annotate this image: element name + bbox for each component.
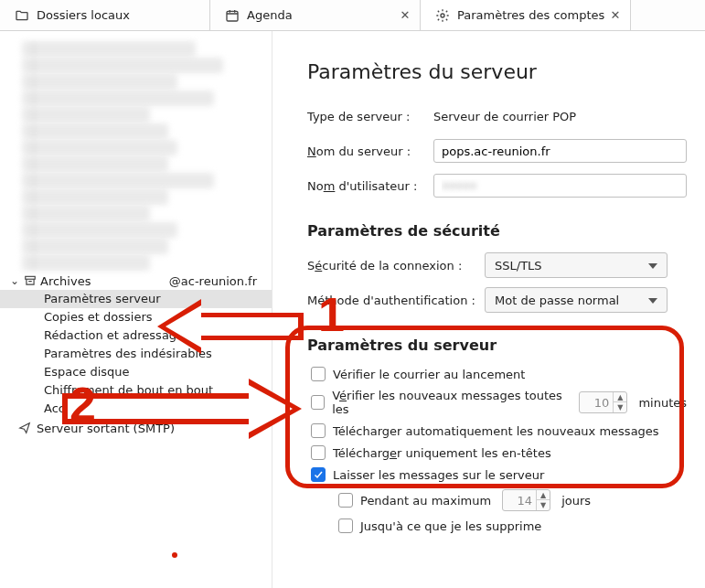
- auto-download-checkbox[interactable]: [311, 423, 326, 438]
- account-item-blurred: [22, 41, 196, 57]
- svg-point-1: [441, 14, 444, 17]
- tab-label: Agenda: [247, 8, 293, 22]
- sidebar-item-server-settings[interactable]: Paramètres serveur: [0, 290, 272, 308]
- account-item-blurred: [22, 222, 177, 238]
- account-item-blurred: [22, 74, 177, 90]
- svg-rect-0: [227, 11, 238, 21]
- tab-local-folders[interactable]: Dossiers locaux: [0, 0, 210, 30]
- server-type-label: Type de serveur :: [307, 110, 426, 123]
- page-title: Paramètres du serveur: [307, 60, 687, 83]
- spin-up-icon[interactable]: ▲: [537, 490, 550, 500]
- spin-up-icon[interactable]: ▲: [614, 392, 626, 402]
- account-item-blurred: [22, 140, 177, 155]
- folder-icon: [15, 8, 29, 23]
- connection-security-label: Sécurité de la connexion :: [307, 259, 477, 273]
- account-domain-suffix: @ac-reunion.fr: [169, 274, 257, 288]
- chevron-down-icon[interactable]: ⌄: [9, 274, 20, 287]
- account-item-blurred: [22, 91, 214, 106]
- auto-download-label: Télécharger automatiquement les nouveaux…: [333, 424, 659, 438]
- username-input[interactable]: [433, 174, 687, 198]
- check-new-interval-checkbox[interactable]: [311, 395, 325, 410]
- account-item-blurred: [22, 173, 214, 188]
- tab-agenda[interactable]: Agenda ✕: [210, 0, 421, 30]
- tabs-bar: Dossiers locaux Agenda ✕ Paramètres des …: [0, 0, 705, 31]
- account-item-blurred: [22, 239, 168, 254]
- account-tree-sidebar: ⌄ Archives @ac-reunion.fr Paramètres ser…: [0, 31, 272, 588]
- sidebar-item-receipts[interactable]: Accusés de réception: [0, 400, 272, 418]
- check-interval-stepper[interactable]: ▲▼: [579, 391, 627, 413]
- server-name-label: Nom du serveur :: [307, 144, 426, 158]
- account-item-blurred: [22, 107, 150, 123]
- check-mail-startup-label: Vérifier le courrier au lancement: [333, 368, 525, 381]
- sidebar-item-junk[interactable]: Paramètres des indésirables: [0, 345, 272, 363]
- account-item-blurred: [22, 189, 168, 205]
- max-days-stepper[interactable]: ▲▼: [502, 489, 550, 511]
- sidebar-item-label: Serveur sortant (SMTP): [37, 422, 175, 435]
- account-item-blurred: [22, 255, 150, 271]
- server-name-input[interactable]: [433, 139, 687, 163]
- spin-down-icon[interactable]: ▼: [537, 500, 550, 510]
- close-icon[interactable]: ✕: [398, 7, 412, 22]
- account-item-blurred: [22, 206, 150, 221]
- sidebar-item-disk-space[interactable]: Espace disque: [0, 363, 272, 381]
- settings-content: Paramètres du serveur Type de serveur : …: [272, 31, 705, 588]
- security-section-title: Paramètres de sécurité: [307, 222, 687, 240]
- svg-rect-2: [26, 276, 36, 279]
- gear-icon: [435, 8, 450, 23]
- archive-icon: [24, 274, 37, 287]
- account-item-blurred: [22, 58, 223, 73]
- spin-down-icon[interactable]: ▼: [614, 402, 626, 412]
- leave-on-server-checkbox[interactable]: [311, 467, 326, 482]
- check-new-interval-label: Vérifier les nouveaux messages toutes le…: [332, 389, 568, 416]
- tab-label: Dossiers locaux: [37, 8, 130, 22]
- check-interval-unit: minutes: [638, 396, 687, 410]
- max-days-checkbox[interactable]: [338, 493, 353, 508]
- sidebar-item-outgoing-smtp[interactable]: Serveur sortant (SMTP): [0, 418, 272, 438]
- check-mail-startup-checkbox[interactable]: [311, 367, 326, 381]
- close-icon[interactable]: ✕: [608, 7, 623, 22]
- tab-account-settings[interactable]: Paramètres des comptes ✕: [421, 0, 631, 30]
- server-params-section-title: Paramètres du serveur: [307, 337, 687, 354]
- sidebar-item-composition[interactable]: Rédaction et adressage: [0, 326, 272, 345]
- sidebar-item-encryption[interactable]: Chiffrement de bout en bout: [0, 381, 272, 400]
- until-delete-checkbox[interactable]: [338, 519, 353, 533]
- connection-security-select[interactable]: SSL/TLS: [485, 252, 668, 278]
- account-archives-label: Archives: [40, 274, 91, 288]
- tab-label: Paramètres des comptes: [457, 8, 604, 22]
- send-icon: [18, 422, 31, 434]
- max-days-unit: jours: [561, 494, 591, 508]
- until-delete-label: Jusqu'à ce que je les supprime: [360, 519, 541, 533]
- username-label: Nom d'utilisateur :: [307, 179, 426, 193]
- server-type-value: Serveur de courrier POP: [433, 110, 576, 123]
- leave-on-server-label: Laisser les messages sur le serveur: [333, 468, 544, 482]
- auth-method-label: Méthode d'authentification :: [307, 294, 477, 307]
- headers-only-checkbox[interactable]: [311, 445, 326, 460]
- account-item-blurred: [22, 156, 168, 172]
- account-archives-row[interactable]: ⌄ Archives @ac-reunion.fr: [0, 272, 272, 290]
- sidebar-item-copies-folders[interactable]: Copies et dossiers: [0, 308, 272, 326]
- auth-method-select[interactable]: Mot de passe normal: [485, 287, 668, 313]
- account-item-blurred: [22, 123, 168, 139]
- headers-only-label: Télécharger uniquement les en-têtes: [333, 446, 551, 460]
- max-days-label: Pendant au maximum: [360, 494, 491, 508]
- calendar-icon: [225, 8, 240, 23]
